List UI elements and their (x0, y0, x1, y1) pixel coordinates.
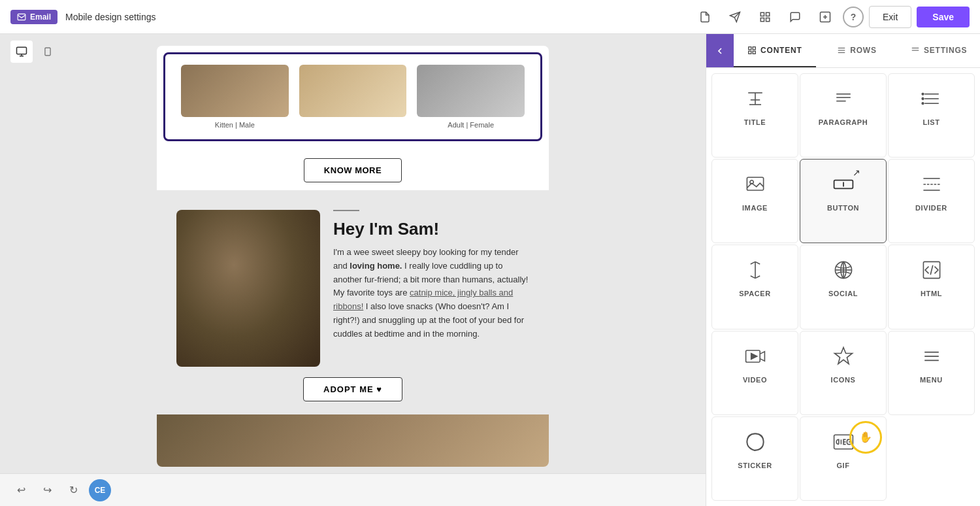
spacer-icon (741, 256, 770, 284)
panel-toggle[interactable] (706, 34, 734, 67)
grid-item-paragraph[interactable]: PARAGRAPH (800, 73, 887, 158)
image-icon (741, 170, 770, 199)
cat-image-1 (181, 65, 289, 117)
email-preview: Kitten | Male Adult | Female (157, 46, 549, 467)
chat-icon-btn[interactable] (783, 5, 808, 29)
video-icon (741, 342, 770, 371)
title-icon (741, 84, 770, 113)
icons-label: ICONS (831, 376, 856, 384)
send-icon-btn[interactable] (723, 5, 747, 29)
icons-icon (829, 342, 858, 371)
bottom-bar: ↩ ↪ ↻ CE (0, 473, 706, 506)
doc-icon-btn[interactable] (693, 5, 717, 29)
toolbar: Email Mobile design settings ? Exit Save (0, 0, 980, 34)
grid-item-html[interactable]: HTML (888, 245, 975, 329)
sam-divider (333, 210, 359, 211)
exit-button[interactable]: Exit (869, 6, 911, 28)
svg-rect-10 (17, 47, 27, 54)
svg-rect-18 (753, 51, 755, 54)
desktop-tab[interactable] (10, 41, 33, 63)
svg-marker-56 (834, 347, 852, 363)
tab-rows[interactable]: ROWS (816, 34, 898, 67)
bottom-photo (157, 414, 549, 467)
html-label: HTML (921, 290, 942, 297)
grid-item-list[interactable]: LIST (888, 73, 975, 158)
redo-right-button[interactable]: ↻ (63, 480, 84, 501)
add-icon-btn[interactable] (813, 5, 838, 29)
save-button[interactable]: Save (917, 7, 970, 27)
gif-label: GIF (836, 462, 849, 469)
sam-content: Hey I'm Sam! I'm a wee sweet sleepy boy … (176, 210, 529, 367)
sam-text: Hey I'm Sam! I'm a wee sweet sleepy boy … (333, 210, 529, 341)
grid-item-title[interactable]: TITLE (711, 73, 798, 158)
social-icon (829, 256, 858, 284)
grid-item-spacer[interactable]: SPACER (711, 245, 798, 329)
video-label: VIDEO (743, 376, 767, 384)
divider-label: DIVIDER (915, 204, 947, 212)
svg-line-48 (755, 276, 760, 278)
svg-marker-55 (751, 353, 757, 359)
svg-line-46 (755, 262, 760, 265)
grid-item-gif[interactable]: ✋ GIF (800, 416, 887, 501)
mobile-tab[interactable] (37, 41, 59, 63)
grid-item-icons[interactable]: ICONS (800, 331, 887, 415)
grid-item-divider[interactable]: DIVIDER (888, 159, 975, 243)
image-label: IMAGE (742, 204, 768, 212)
svg-point-35 (922, 98, 924, 100)
grid-item-social[interactable]: SOCIAL (800, 245, 887, 329)
cat-card-1: Kitten | Male (176, 65, 294, 129)
paragraph-label: PARAGRAPH (819, 118, 868, 126)
svg-rect-6 (766, 18, 769, 21)
adopt-me-button[interactable]: ADOPT ME ♥ (303, 377, 402, 401)
html-icon (917, 256, 946, 284)
tab-settings[interactable]: SETTINGS (898, 34, 980, 67)
spacer-label: SPACER (739, 290, 771, 297)
svg-rect-17 (749, 51, 751, 54)
svg-rect-15 (749, 46, 751, 49)
redo-left-button[interactable]: ↪ (37, 480, 57, 501)
panel-tabs: CONTENT ROWS SETTINGS (706, 34, 980, 68)
svg-rect-4 (766, 12, 769, 16)
title-label: TITLE (744, 118, 766, 126)
email-badge: Email (10, 10, 57, 24)
svg-line-53 (930, 265, 933, 275)
grid-icon-btn[interactable] (753, 5, 777, 29)
button-icon: ↗ (829, 170, 858, 199)
grid-item-button[interactable]: ↗ BUTTON (800, 159, 887, 243)
help-button[interactable]: ? (843, 7, 864, 27)
toolbar-right: ? Exit Save (843, 6, 970, 28)
content-grid: TITLE PARAGRAPH (706, 68, 980, 506)
know-more-button[interactable]: KNOW MORE (304, 158, 402, 182)
svg-rect-0 (18, 14, 25, 20)
list-icon (917, 84, 946, 113)
tab-content[interactable]: CONTENT (734, 34, 816, 67)
sam-photo (176, 210, 320, 367)
grid-item-sticker[interactable]: STICKER (711, 416, 798, 501)
undo-button[interactable]: ↩ (10, 480, 31, 501)
svg-rect-16 (753, 46, 755, 49)
grid-item-video[interactable]: VIDEO (711, 331, 798, 415)
list-label: LIST (923, 118, 939, 126)
ce-avatar: CE (89, 479, 111, 501)
main-area: Kitten | Male Adult | Female (0, 34, 980, 506)
toolbar-title: Mobile design settings (65, 12, 156, 22)
canvas-area: Kitten | Male Adult | Female (0, 34, 706, 506)
sam-section: Hey I'm Sam! I'm a wee sweet sleepy boy … (157, 190, 549, 414)
sam-title: Hey I'm Sam! (333, 219, 529, 239)
svg-rect-5 (760, 18, 764, 21)
divider-icon (917, 170, 946, 199)
cat-card-3: Adult | Female (412, 65, 530, 129)
cat-card-2 (294, 65, 412, 129)
menu-label: MENU (920, 376, 943, 384)
sticker-icon (741, 428, 770, 456)
paragraph-icon (829, 84, 858, 113)
social-label: SOCIAL (828, 290, 858, 297)
gif-icon (829, 428, 858, 456)
svg-point-34 (922, 93, 924, 95)
grid-item-menu[interactable]: MENU (888, 331, 975, 415)
button-label: BUTTON (827, 204, 859, 212)
sticker-label: STICKER (738, 462, 772, 469)
cat-image-3 (417, 65, 525, 117)
grid-item-image[interactable]: IMAGE (711, 159, 798, 243)
menu-icon (917, 342, 946, 371)
